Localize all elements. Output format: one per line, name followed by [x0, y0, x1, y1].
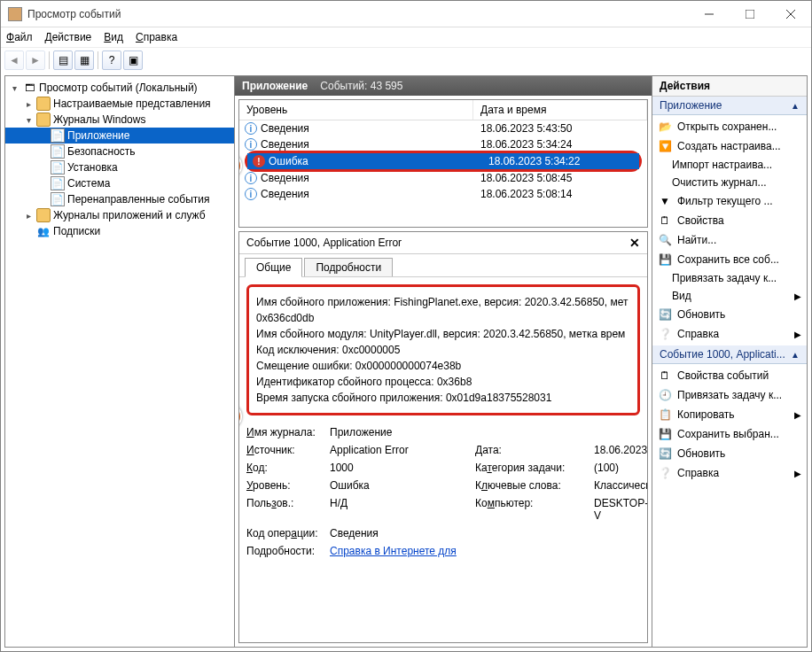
- col-level-header[interactable]: Уровень: [239, 100, 473, 120]
- detail-line: Код исключения: 0xc0000005: [256, 342, 630, 358]
- logname-value: Приложение: [330, 426, 472, 439]
- menubar: Файл Действие Вид Справка: [1, 27, 811, 47]
- user-label: Пользов.:: [246, 497, 326, 522]
- date-value: 18.06.2023: [594, 444, 647, 456]
- level-value: Ошибка: [330, 479, 472, 492]
- col-date-header[interactable]: Дата и время: [473, 100, 647, 120]
- collapse-icon: ▲: [791, 350, 800, 360]
- panel-header: Приложение Событий: 43 595: [235, 76, 652, 96]
- user-value: Н/Д: [330, 497, 472, 522]
- action-view[interactable]: Вид▶: [652, 287, 807, 305]
- action-import-custom[interactable]: Импорт настраива...: [652, 156, 807, 174]
- tree-forwarded[interactable]: 📄Перенаправленные события: [5, 191, 234, 207]
- source-value: Application Error: [330, 444, 472, 456]
- table-row[interactable]: iСведения 18.06.2023 5:08:45: [239, 170, 647, 186]
- maximize-button[interactable]: [730, 1, 770, 27]
- action-refresh-2[interactable]: 🔄Обновить: [652, 444, 807, 463]
- detail-line: Смещение ошибки: 0x000000000074e38b: [256, 358, 630, 374]
- action-properties[interactable]: 🗒Свойства: [652, 211, 807, 230]
- chevron-right-icon: ▶: [794, 469, 801, 478]
- find-icon: 🔍: [658, 233, 672, 247]
- highlight-2: 2 Имя сбойного приложения: FishingPlanet…: [246, 284, 640, 415]
- action-filter[interactable]: ▼Фильтр текущего ...: [652, 191, 807, 211]
- toolbar-btn-4[interactable]: ▣: [123, 50, 143, 70]
- action-open-saved[interactable]: 📂Открыть сохранен...: [652, 117, 807, 136]
- tab-details[interactable]: Подробности: [304, 258, 393, 276]
- cat-value: (100): [594, 462, 647, 474]
- action-create-custom[interactable]: 🔽Создать настраива...: [652, 136, 807, 156]
- action-event-properties[interactable]: 🗒Свойства событий: [652, 366, 807, 385]
- action-help-2[interactable]: ❔Справка▶: [652, 463, 807, 483]
- attach-icon: 🕘: [658, 388, 672, 402]
- list-header[interactable]: Уровень Дата и время: [239, 100, 647, 120]
- chevron-right-icon: ▶: [794, 330, 801, 339]
- actions-section-event[interactable]: Событие 1000, Applicati...▲: [652, 345, 807, 364]
- table-row[interactable]: iСведения 18.06.2023 5:08:14: [239, 186, 647, 202]
- action-save-all[interactable]: 💾Сохранить все соб...: [652, 250, 807, 269]
- properties-icon: 🗒: [658, 213, 672, 228]
- tree-custom-views[interactable]: ▸Настраиваемые представления: [5, 96, 234, 112]
- table-row[interactable]: iСведения 18.06.2023 5:43:50: [239, 120, 647, 136]
- action-help[interactable]: ❔Справка▶: [652, 324, 807, 344]
- folder-open-icon: 📂: [658, 120, 672, 134]
- info-icon: i: [245, 138, 257, 151]
- date-label: Дата:: [475, 444, 590, 456]
- tree-root[interactable]: ▾🗔Просмотр событий (Локальный): [5, 80, 234, 96]
- back-button[interactable]: ◄: [4, 50, 24, 70]
- tree-security[interactable]: 📄Безопасность: [5, 144, 234, 159]
- tab-general[interactable]: Общие: [245, 258, 302, 277]
- cat-label: Категория задачи:: [475, 462, 590, 474]
- filter-icon: 🔽: [658, 139, 672, 153]
- action-refresh[interactable]: 🔄Обновить: [652, 305, 807, 324]
- actions-section-app[interactable]: Приложение▲: [652, 97, 807, 115]
- detail-line: Имя сбойного приложения: FishingPlanet.e…: [256, 294, 630, 310]
- tree-app-service-logs[interactable]: ▸Журналы приложений и служб: [5, 207, 234, 223]
- log-icon: 📄: [51, 192, 65, 206]
- action-clear-log[interactable]: Очистить журнал...: [652, 174, 807, 191]
- close-button[interactable]: [770, 1, 811, 27]
- toolbar-btn-3[interactable]: ?: [102, 50, 121, 70]
- comp-value: DESKTOP-V: [594, 497, 647, 522]
- action-save-selected[interactable]: 💾Сохранить выбран...: [652, 424, 807, 444]
- detail-line: Время запуска сбойного приложения: 0x01d…: [256, 390, 630, 406]
- help-online-link[interactable]: Справка в Интернете для: [330, 545, 457, 557]
- tree-subscriptions[interactable]: 👥Подписки: [5, 223, 234, 239]
- info-icon: i: [245, 122, 257, 135]
- action-event-attach[interactable]: 🕘Привязать задачу к...: [652, 385, 807, 405]
- forward-button[interactable]: ►: [26, 50, 45, 70]
- titlebar: Просмотр событий: [1, 1, 811, 27]
- actions-pane: Действия Приложение▲ 📂Открыть сохранен..…: [652, 75, 808, 648]
- keyw-label: Ключевые слова:: [475, 479, 590, 492]
- keyw-value: Классическ: [594, 479, 647, 492]
- minimize-button[interactable]: [689, 1, 730, 27]
- highlight-1: 1 !Ошибка 18.06.2023 5:34:22: [245, 151, 642, 172]
- toolbar-btn-2[interactable]: ▦: [74, 50, 94, 70]
- tree-setup[interactable]: 📄Установка: [5, 159, 234, 175]
- toolbar-separator: [98, 51, 98, 69]
- info-icon: i: [245, 172, 257, 184]
- copy-icon: 📋: [658, 408, 672, 422]
- tree-application[interactable]: 📄Приложение: [5, 128, 234, 144]
- subscriptions-icon: 👥: [36, 224, 51, 238]
- refresh-icon: 🔄: [658, 446, 672, 461]
- menu-file[interactable]: Файл: [6, 31, 33, 43]
- tree-pane[interactable]: ▾🗔Просмотр событий (Локальный) ▸Настраив…: [4, 75, 235, 648]
- tree-system[interactable]: 📄Система: [5, 175, 234, 191]
- detail-close-button[interactable]: ✕: [629, 236, 640, 250]
- badge-2: 2: [239, 404, 242, 429]
- action-attach-task[interactable]: Привязать задачу к...: [652, 269, 807, 287]
- folder-icon: [36, 208, 51, 222]
- menu-help[interactable]: Справка: [136, 31, 177, 43]
- tree-windows-logs[interactable]: ▾Журналы Windows: [5, 112, 234, 128]
- detail-body[interactable]: 2 Имя сбойного приложения: FishingPlanet…: [239, 277, 647, 642]
- menu-action[interactable]: Действие: [45, 31, 92, 43]
- list-body[interactable]: iСведения 18.06.2023 5:43:50 iСведения 1…: [239, 120, 647, 227]
- action-find[interactable]: 🔍Найти...: [652, 230, 807, 250]
- code-label: Код:: [246, 462, 326, 474]
- table-row-selected[interactable]: !Ошибка 18.06.2023 5:34:22: [247, 153, 639, 169]
- error-icon: !: [253, 155, 265, 167]
- toolbar-btn-1[interactable]: ▤: [53, 50, 73, 70]
- log-icon: 📄: [51, 144, 65, 159]
- menu-view[interactable]: Вид: [104, 31, 123, 43]
- action-copy[interactable]: 📋Копировать▶: [652, 405, 807, 424]
